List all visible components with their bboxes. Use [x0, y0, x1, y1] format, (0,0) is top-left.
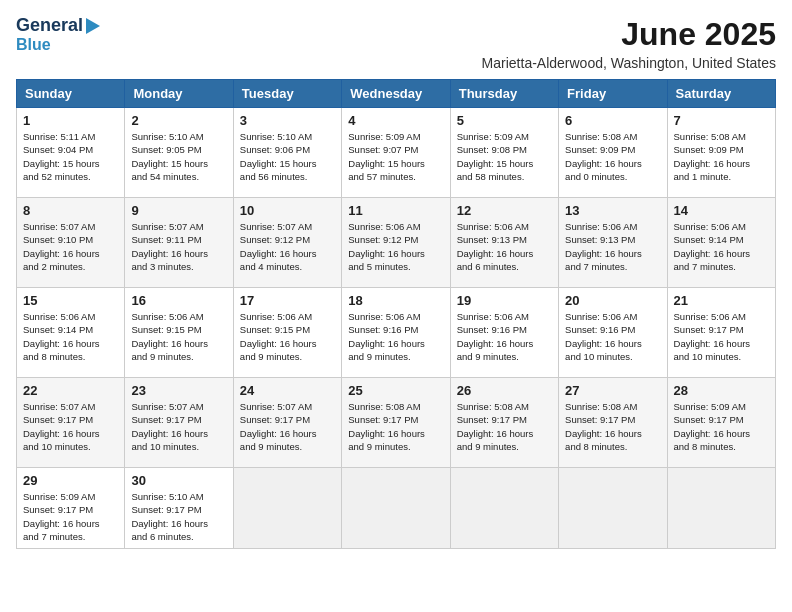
day-info: Sunrise: 5:06 AM Sunset: 9:13 PM Dayligh…	[457, 220, 552, 273]
calendar-cell: 21Sunrise: 5:06 AM Sunset: 9:17 PM Dayli…	[667, 288, 775, 378]
day-number: 7	[674, 113, 769, 128]
day-info: Sunrise: 5:09 AM Sunset: 9:08 PM Dayligh…	[457, 130, 552, 183]
calendar-cell: 15Sunrise: 5:06 AM Sunset: 9:14 PM Dayli…	[17, 288, 125, 378]
calendar-cell: 28Sunrise: 5:09 AM Sunset: 9:17 PM Dayli…	[667, 378, 775, 468]
calendar-cell: 13Sunrise: 5:06 AM Sunset: 9:13 PM Dayli…	[559, 198, 667, 288]
day-info: Sunrise: 5:08 AM Sunset: 9:17 PM Dayligh…	[457, 400, 552, 453]
calendar-cell: 18Sunrise: 5:06 AM Sunset: 9:16 PM Dayli…	[342, 288, 450, 378]
day-header-saturday: Saturday	[667, 80, 775, 108]
day-info: Sunrise: 5:07 AM Sunset: 9:17 PM Dayligh…	[23, 400, 118, 453]
day-number: 21	[674, 293, 769, 308]
day-number: 23	[131, 383, 226, 398]
day-info: Sunrise: 5:11 AM Sunset: 9:04 PM Dayligh…	[23, 130, 118, 183]
logo: General Blue	[16, 16, 100, 53]
day-number: 18	[348, 293, 443, 308]
calendar-cell: 20Sunrise: 5:06 AM Sunset: 9:16 PM Dayli…	[559, 288, 667, 378]
day-number: 24	[240, 383, 335, 398]
day-number: 13	[565, 203, 660, 218]
day-info: Sunrise: 5:09 AM Sunset: 9:17 PM Dayligh…	[23, 490, 118, 543]
day-number: 5	[457, 113, 552, 128]
calendar-cell	[342, 468, 450, 549]
day-number: 25	[348, 383, 443, 398]
day-info: Sunrise: 5:08 AM Sunset: 9:17 PM Dayligh…	[565, 400, 660, 453]
day-header-friday: Friday	[559, 80, 667, 108]
day-info: Sunrise: 5:06 AM Sunset: 9:14 PM Dayligh…	[23, 310, 118, 363]
day-info: Sunrise: 5:06 AM Sunset: 9:17 PM Dayligh…	[674, 310, 769, 363]
location-title: Marietta-Alderwood, Washington, United S…	[482, 55, 776, 71]
day-info: Sunrise: 5:07 AM Sunset: 9:10 PM Dayligh…	[23, 220, 118, 273]
calendar-cell: 11Sunrise: 5:06 AM Sunset: 9:12 PM Dayli…	[342, 198, 450, 288]
day-number: 9	[131, 203, 226, 218]
day-info: Sunrise: 5:06 AM Sunset: 9:16 PM Dayligh…	[565, 310, 660, 363]
day-info: Sunrise: 5:06 AM Sunset: 9:14 PM Dayligh…	[674, 220, 769, 273]
day-number: 29	[23, 473, 118, 488]
calendar-cell: 22Sunrise: 5:07 AM Sunset: 9:17 PM Dayli…	[17, 378, 125, 468]
day-number: 17	[240, 293, 335, 308]
day-number: 27	[565, 383, 660, 398]
calendar-cell: 30Sunrise: 5:10 AM Sunset: 9:17 PM Dayli…	[125, 468, 233, 549]
calendar-cell: 7Sunrise: 5:08 AM Sunset: 9:09 PM Daylig…	[667, 108, 775, 198]
day-number: 19	[457, 293, 552, 308]
day-number: 6	[565, 113, 660, 128]
calendar-cell	[233, 468, 341, 549]
day-info: Sunrise: 5:08 AM Sunset: 9:17 PM Dayligh…	[348, 400, 443, 453]
calendar-cell: 16Sunrise: 5:06 AM Sunset: 9:15 PM Dayli…	[125, 288, 233, 378]
day-info: Sunrise: 5:08 AM Sunset: 9:09 PM Dayligh…	[674, 130, 769, 183]
day-header-wednesday: Wednesday	[342, 80, 450, 108]
day-info: Sunrise: 5:06 AM Sunset: 9:13 PM Dayligh…	[565, 220, 660, 273]
calendar-cell: 8Sunrise: 5:07 AM Sunset: 9:10 PM Daylig…	[17, 198, 125, 288]
calendar-cell: 3Sunrise: 5:10 AM Sunset: 9:06 PM Daylig…	[233, 108, 341, 198]
calendar-cell	[667, 468, 775, 549]
day-number: 12	[457, 203, 552, 218]
calendar-cell: 10Sunrise: 5:07 AM Sunset: 9:12 PM Dayli…	[233, 198, 341, 288]
calendar-cell: 1Sunrise: 5:11 AM Sunset: 9:04 PM Daylig…	[17, 108, 125, 198]
calendar-cell: 25Sunrise: 5:08 AM Sunset: 9:17 PM Dayli…	[342, 378, 450, 468]
calendar-cell: 5Sunrise: 5:09 AM Sunset: 9:08 PM Daylig…	[450, 108, 558, 198]
calendar-cell: 19Sunrise: 5:06 AM Sunset: 9:16 PM Dayli…	[450, 288, 558, 378]
day-header-sunday: Sunday	[17, 80, 125, 108]
day-info: Sunrise: 5:08 AM Sunset: 9:09 PM Dayligh…	[565, 130, 660, 183]
calendar-cell: 12Sunrise: 5:06 AM Sunset: 9:13 PM Dayli…	[450, 198, 558, 288]
calendar-cell: 17Sunrise: 5:06 AM Sunset: 9:15 PM Dayli…	[233, 288, 341, 378]
calendar-cell: 4Sunrise: 5:09 AM Sunset: 9:07 PM Daylig…	[342, 108, 450, 198]
day-info: Sunrise: 5:07 AM Sunset: 9:17 PM Dayligh…	[131, 400, 226, 453]
day-header-thursday: Thursday	[450, 80, 558, 108]
calendar-cell: 27Sunrise: 5:08 AM Sunset: 9:17 PM Dayli…	[559, 378, 667, 468]
calendar-cell: 6Sunrise: 5:08 AM Sunset: 9:09 PM Daylig…	[559, 108, 667, 198]
day-number: 28	[674, 383, 769, 398]
calendar-table: SundayMondayTuesdayWednesdayThursdayFrid…	[16, 79, 776, 549]
day-info: Sunrise: 5:10 AM Sunset: 9:06 PM Dayligh…	[240, 130, 335, 183]
day-number: 10	[240, 203, 335, 218]
day-number: 22	[23, 383, 118, 398]
day-info: Sunrise: 5:06 AM Sunset: 9:15 PM Dayligh…	[240, 310, 335, 363]
day-number: 16	[131, 293, 226, 308]
day-number: 1	[23, 113, 118, 128]
day-number: 30	[131, 473, 226, 488]
calendar-cell: 29Sunrise: 5:09 AM Sunset: 9:17 PM Dayli…	[17, 468, 125, 549]
calendar-cell: 23Sunrise: 5:07 AM Sunset: 9:17 PM Dayli…	[125, 378, 233, 468]
calendar-cell: 2Sunrise: 5:10 AM Sunset: 9:05 PM Daylig…	[125, 108, 233, 198]
day-number: 26	[457, 383, 552, 398]
day-info: Sunrise: 5:10 AM Sunset: 9:17 PM Dayligh…	[131, 490, 226, 543]
calendar-cell: 14Sunrise: 5:06 AM Sunset: 9:14 PM Dayli…	[667, 198, 775, 288]
day-number: 11	[348, 203, 443, 218]
day-number: 8	[23, 203, 118, 218]
day-info: Sunrise: 5:06 AM Sunset: 9:15 PM Dayligh…	[131, 310, 226, 363]
calendar-cell: 24Sunrise: 5:07 AM Sunset: 9:17 PM Dayli…	[233, 378, 341, 468]
day-info: Sunrise: 5:06 AM Sunset: 9:12 PM Dayligh…	[348, 220, 443, 273]
day-info: Sunrise: 5:07 AM Sunset: 9:17 PM Dayligh…	[240, 400, 335, 453]
logo-general: General	[16, 16, 83, 36]
day-number: 15	[23, 293, 118, 308]
day-info: Sunrise: 5:07 AM Sunset: 9:11 PM Dayligh…	[131, 220, 226, 273]
day-number: 14	[674, 203, 769, 218]
day-number: 4	[348, 113, 443, 128]
calendar-cell	[559, 468, 667, 549]
calendar-cell	[450, 468, 558, 549]
day-number: 20	[565, 293, 660, 308]
month-title: June 2025	[482, 16, 776, 53]
title-section: June 2025 Marietta-Alderwood, Washington…	[482, 16, 776, 71]
day-info: Sunrise: 5:06 AM Sunset: 9:16 PM Dayligh…	[457, 310, 552, 363]
calendar-cell: 9Sunrise: 5:07 AM Sunset: 9:11 PM Daylig…	[125, 198, 233, 288]
day-info: Sunrise: 5:09 AM Sunset: 9:17 PM Dayligh…	[674, 400, 769, 453]
day-header-monday: Monday	[125, 80, 233, 108]
